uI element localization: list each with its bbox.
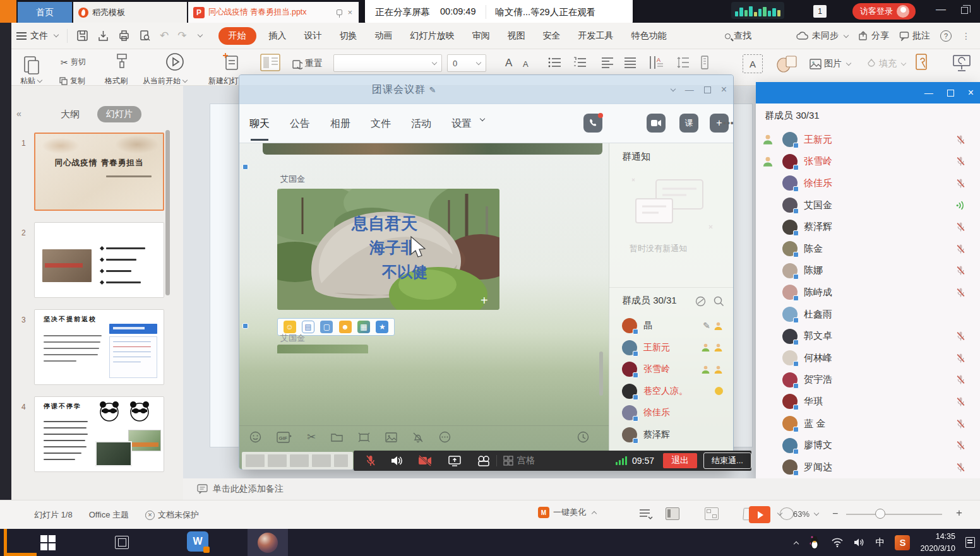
play-from-current-icon[interactable] xyxy=(165,52,184,71)
member-search-icon[interactable] xyxy=(714,296,724,307)
share-screen-icon[interactable] xyxy=(448,455,461,467)
favorite-reaction-icon[interactable]: ★ xyxy=(376,321,388,333)
record-icon[interactable] xyxy=(477,455,490,467)
chat-tab[interactable]: 聊天 xyxy=(249,117,270,131)
more-input-icon[interactable] xyxy=(439,431,451,443)
normal-view-icon[interactable] xyxy=(666,507,679,520)
taskbar-wps-icon[interactable]: W xyxy=(187,531,208,552)
member-window-titlebar[interactable]: — × xyxy=(756,82,980,104)
speaker-icon[interactable] xyxy=(390,455,403,466)
edit-title-icon[interactable]: ✎ xyxy=(429,85,436,95)
mic-muted-icon[interactable] xyxy=(955,178,966,189)
chat-tab[interactable]: 公告 xyxy=(290,117,310,131)
doc-tools-icon[interactable] xyxy=(914,53,929,73)
menu-tab[interactable]: 开始 xyxy=(218,27,256,45)
member-row[interactable]: 艾国金 xyxy=(756,194,980,216)
zoom-level[interactable]: 63% xyxy=(793,509,818,519)
group-member-row[interactable]: 蔡泽辉 ✎ xyxy=(609,424,733,446)
reset-button[interactable]: 重置 xyxy=(292,58,323,69)
tab-outline[interactable]: 大纲 xyxy=(61,109,80,121)
member-row[interactable]: 蓝 金 xyxy=(756,413,980,435)
member-row[interactable]: 贺宇浩 xyxy=(756,369,980,391)
share-button[interactable]: 分享 xyxy=(858,30,889,42)
chevron-down-icon[interactable] xyxy=(197,32,202,37)
smiley-reaction-icon[interactable]: ☺ xyxy=(284,321,296,333)
minimize-icon[interactable]: — xyxy=(936,4,946,15)
edit-card-icon[interactable]: ✎ xyxy=(703,321,710,331)
member-row[interactable]: 华琪 xyxy=(756,391,980,413)
zoom-slider-track[interactable] xyxy=(846,514,942,515)
shake-window-icon[interactable] xyxy=(358,432,370,442)
chat-tab[interactable]: 文件 xyxy=(371,117,391,131)
mic-muted-icon[interactable] xyxy=(955,222,966,232)
mic-muted-icon[interactable] xyxy=(955,156,966,167)
zoom-in-icon[interactable]: + xyxy=(956,507,962,519)
more-options-icon[interactable]: ••• xyxy=(723,118,734,128)
redo-icon[interactable]: ↷ xyxy=(177,29,186,42)
menu-tab[interactable]: 开发工具 xyxy=(570,30,623,42)
slide-sorter-icon[interactable] xyxy=(705,507,719,520)
notes-bar[interactable]: 单击此处添加备注 xyxy=(183,478,980,500)
ime-indicator[interactable]: 中 xyxy=(875,536,885,548)
mic-muted-icon[interactable] xyxy=(955,396,966,407)
menu-tab[interactable]: 安全 xyxy=(534,30,570,42)
screen-reaction-icon[interactable]: ▢ xyxy=(320,321,333,333)
member-settings-icon[interactable] xyxy=(695,296,706,307)
menu-tab[interactable]: 特色功能 xyxy=(623,30,676,42)
export-icon[interactable] xyxy=(97,30,109,42)
tab-slides[interactable]: 幻灯片 xyxy=(97,106,141,122)
align-justify-icon[interactable] xyxy=(624,57,636,68)
start-button[interactable] xyxy=(40,535,56,550)
member-row[interactable]: 杜鑫雨 xyxy=(756,304,980,326)
sidebar-scrollbar[interactable] xyxy=(165,130,170,295)
cut-button[interactable]: ✂剪切 xyxy=(61,57,86,68)
chat-tab[interactable]: 相册 xyxy=(330,117,350,131)
columns-icon[interactable]: A xyxy=(649,56,666,69)
chat-minimize-icon[interactable]: — xyxy=(685,85,694,95)
shapes-icon[interactable] xyxy=(775,54,798,73)
video-filmstrip[interactable] xyxy=(242,452,353,470)
copy-button[interactable]: 复制 xyxy=(59,76,85,86)
paste-label[interactable]: 粘贴 xyxy=(20,76,42,86)
slide-thumbnail-3[interactable]: 坚决不提前返校 xyxy=(34,309,164,385)
align-left-icon[interactable] xyxy=(601,57,614,68)
group-member-row[interactable]: 徐佳乐 ✎ xyxy=(609,402,733,424)
help-icon[interactable]: ? xyxy=(940,30,952,42)
mic-muted-icon[interactable] xyxy=(955,287,966,298)
mic-muted-icon[interactable] xyxy=(955,353,966,364)
notes-placeholder[interactable]: 单击此处添加备注 xyxy=(213,483,284,495)
member-row[interactable]: 张雪岭 xyxy=(756,151,980,173)
message-history-icon[interactable] xyxy=(577,431,589,443)
mic-muted-icon[interactable] xyxy=(955,440,966,451)
grid-view-label[interactable]: 宫格 xyxy=(517,455,535,466)
action-center-icon[interactable] xyxy=(965,537,975,548)
presentation-tools-icon[interactable] xyxy=(952,54,971,72)
print-preview-icon[interactable] xyxy=(139,30,151,42)
mic-muted-icon[interactable] xyxy=(955,418,966,429)
menu-tab[interactable]: 幻灯片放映 xyxy=(402,30,463,42)
slide-layout-icon[interactable] xyxy=(260,54,280,71)
notes-reaction-icon[interactable]: ▤ xyxy=(302,321,314,333)
decrease-font-icon[interactable]: A xyxy=(523,59,529,69)
guest-login-button[interactable]: 访客登录 xyxy=(852,3,916,20)
group-member-row[interactable]: 巷空人凉。 ✎ xyxy=(609,381,733,403)
new-slide-icon[interactable] xyxy=(222,52,240,71)
mic-muted-icon[interactable] xyxy=(955,244,966,254)
member-row[interactable]: 蔡泽辉 xyxy=(756,216,980,238)
voice-call-icon[interactable] xyxy=(583,114,602,133)
bell-off-icon[interactable] xyxy=(412,432,424,443)
paste-icon[interactable] xyxy=(23,54,40,76)
restore-icon[interactable] xyxy=(961,7,968,14)
mic-muted-icon[interactable] xyxy=(955,265,966,276)
chat-tab[interactable]: 设置 xyxy=(451,117,472,131)
text-direction-icon[interactable] xyxy=(700,56,710,69)
mic-muted-icon[interactable] xyxy=(955,134,966,145)
picture-button[interactable]: 图片 xyxy=(810,58,851,69)
member-row[interactable]: 罗闻达 xyxy=(756,456,980,478)
slide-thumbnail-1[interactable]: 同心战疫情 青春勇担当 xyxy=(34,133,164,211)
panel-minimize-icon[interactable]: — xyxy=(924,88,933,98)
menu-tab[interactable]: 切换 xyxy=(331,30,366,42)
undo-icon[interactable]: ↶ xyxy=(160,29,169,42)
gif-icon[interactable]: GIF xyxy=(277,432,292,443)
member-row[interactable]: 徐佳乐 xyxy=(756,172,980,194)
